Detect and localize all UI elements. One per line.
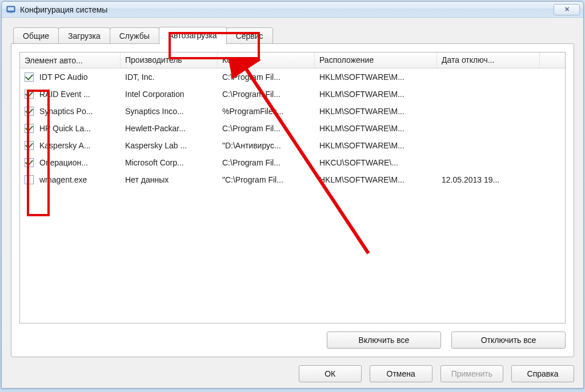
- close-icon: ✕: [564, 6, 570, 13]
- cell-item-text: RAID Event ...: [39, 90, 90, 99]
- apply-button[interactable]: Применить: [440, 365, 503, 382]
- cell-item-text: IDT PC Audio: [39, 72, 88, 82]
- col-head-date[interactable]: Дата отключ...: [437, 52, 540, 68]
- row-checkbox[interactable]: [25, 158, 34, 167]
- cell-item-text: Операцион...: [39, 158, 88, 167]
- svg-rect-2: [9, 12, 13, 13]
- cell-vendor: IDT, Inc.: [121, 72, 218, 82]
- svg-rect-1: [8, 7, 14, 10]
- listview-header[interactable]: Элемент авто... Производитель Команда Ра…: [20, 52, 565, 68]
- tab-pane: Элемент авто... Производитель Команда Ра…: [11, 43, 574, 357]
- cell-date: 12.05.2013 19...: [437, 175, 540, 184]
- ok-button[interactable]: ОК: [299, 365, 362, 382]
- cell-loc: HKLM\SOFTWARE\M...: [315, 124, 437, 133]
- row-checkbox[interactable]: [25, 141, 34, 150]
- cell-loc: HKLM\SOFTWARE\M...: [315, 141, 437, 150]
- cell-vendor: Kaspersky Lab ...: [121, 141, 218, 150]
- col-head-item[interactable]: Элемент авто...: [20, 52, 121, 68]
- cell-item: RAID Event ...: [20, 90, 121, 99]
- cell-item: wmagent.exe: [20, 175, 121, 184]
- table-row[interactable]: RAID Event ...Intel CorporationC:\Progra…: [20, 86, 565, 103]
- table-row[interactable]: Операцион...Microsoft Corp...C:\Program …: [20, 154, 565, 171]
- col-head-spacer: [540, 52, 551, 68]
- enable-disable-row: Включить все Отключить все: [19, 332, 566, 349]
- titlebar[interactable]: Конфигурация системы ✕: [2, 2, 583, 18]
- enable-all-button[interactable]: Включить все: [327, 332, 441, 349]
- cell-cmd: "D:\Антивирус...: [218, 141, 315, 150]
- cell-loc: HKLM\SOFTWARE\M...: [315, 107, 437, 116]
- tab-tools[interactable]: Сервис: [226, 27, 273, 44]
- cell-vendor: Microsoft Corp...: [121, 158, 218, 167]
- cell-vendor: Hewlett-Packar...: [121, 124, 218, 133]
- cell-vendor: Intel Corporation: [121, 90, 218, 99]
- cell-cmd: C:\Program Fil...: [218, 90, 315, 99]
- table-row[interactable]: HP Quick La...Hewlett-Packar...C:\Progra…: [20, 120, 565, 137]
- tab-general[interactable]: Общие: [13, 27, 59, 44]
- col-head-command[interactable]: Команда: [218, 52, 315, 68]
- close-button[interactable]: ✕: [554, 4, 580, 15]
- cell-cmd: C:\Program Fil...: [218, 72, 315, 82]
- cell-loc: HKLM\SOFTWARE\M...: [315, 175, 437, 184]
- row-checkbox[interactable]: [25, 175, 34, 184]
- cell-cmd: C:\Program Fil...: [218, 124, 315, 133]
- col-head-vendor[interactable]: Производитель: [121, 52, 218, 68]
- cell-vendor: Synaptics Inco...: [121, 107, 218, 116]
- cell-item: Kaspersky A...: [20, 141, 121, 150]
- help-button[interactable]: Справка: [511, 365, 574, 382]
- row-checkbox[interactable]: [25, 90, 34, 99]
- table-row[interactable]: Kaspersky A...Kaspersky Lab ..."D:\Антив…: [20, 137, 565, 154]
- cell-cmd: "C:\Program Fil...: [218, 175, 315, 184]
- tab-boot[interactable]: Загрузка: [58, 27, 110, 44]
- cell-item-text: Synaptics Po...: [39, 107, 93, 116]
- cell-item: Synaptics Po...: [20, 107, 121, 116]
- cell-vendor: Нет данных: [121, 175, 218, 184]
- tab-startup[interactable]: Автозагрузка: [159, 27, 227, 45]
- cell-item: Операцион...: [20, 158, 121, 167]
- cell-cmd: %ProgramFiles...: [218, 107, 315, 116]
- tab-services[interactable]: Службы: [110, 27, 159, 44]
- cell-loc: HKCU\SOFTWARE\...: [315, 158, 437, 167]
- cell-item-text: HP Quick La...: [39, 124, 91, 133]
- startup-listview[interactable]: Элемент авто... Производитель Команда Ра…: [19, 52, 566, 324]
- client-area: Общие Загрузка Службы Автозагрузка Серви…: [2, 18, 583, 388]
- disable-all-button[interactable]: Отключить все: [451, 332, 566, 349]
- table-row[interactable]: IDT PC AudioIDT, Inc.C:\Program Fil...HK…: [20, 68, 565, 86]
- cell-item-text: wmagent.exe: [39, 175, 87, 184]
- cell-item: IDT PC Audio: [20, 72, 121, 82]
- cell-item: HP Quick La...: [20, 124, 121, 133]
- msconfig-window: Конфигурация системы ✕ Общие Загрузка Сл…: [1, 1, 584, 389]
- table-row[interactable]: wmagent.exeНет данных"C:\Program Fil...H…: [20, 171, 565, 188]
- listview-rows: IDT PC AudioIDT, Inc.C:\Program Fil...HK…: [20, 68, 565, 323]
- row-checkbox[interactable]: [25, 72, 34, 82]
- row-checkbox[interactable]: [25, 124, 34, 133]
- cell-item-text: Kaspersky A...: [39, 141, 90, 150]
- col-head-location[interactable]: Расположение: [315, 52, 437, 68]
- msconfig-icon: [6, 5, 15, 14]
- dialog-button-row: ОК Отмена Применить Справка: [11, 365, 574, 382]
- cell-cmd: C:\Program Fil...: [218, 158, 315, 167]
- window-title: Конфигурация системы: [20, 5, 554, 14]
- cell-loc: HKLM\SOFTWARE\M...: [315, 90, 437, 99]
- row-checkbox[interactable]: [25, 107, 34, 116]
- table-row[interactable]: Synaptics Po...Synaptics Inco...%Program…: [20, 103, 565, 120]
- cancel-button[interactable]: Отмена: [370, 365, 432, 382]
- tab-strip: Общие Загрузка Службы Автозагрузка Серви…: [13, 26, 574, 43]
- cell-loc: HKLM\SOFTWARE\M...: [315, 72, 437, 82]
